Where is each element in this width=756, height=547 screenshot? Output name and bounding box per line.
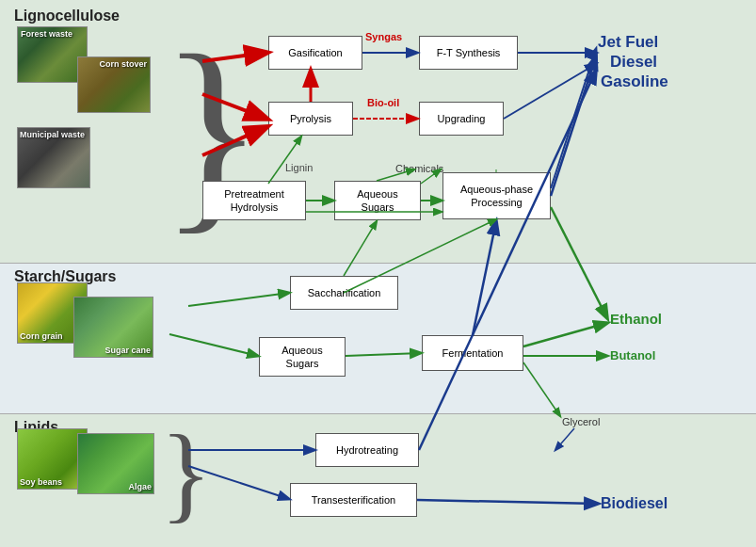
photo-algae: Algae bbox=[77, 433, 154, 494]
photo-municipal-waste: Municipal waste bbox=[17, 127, 90, 188]
box-ft-synthesis: F-T Synthesis bbox=[419, 36, 518, 70]
photo-corn-stover: Corn stover bbox=[77, 56, 151, 113]
diagram: Lignocellulose Starch/Sugars Lipids Fore… bbox=[0, 0, 756, 547]
label-butanol: Butanol bbox=[610, 348, 655, 362]
label-biodiesel: Biodiesel bbox=[601, 495, 668, 512]
box-aqueous-phase: Aqueous-phase Processing bbox=[442, 172, 551, 219]
label-diesel: Diesel bbox=[610, 53, 657, 72]
box-hydrotreating: Hydrotreating bbox=[315, 433, 419, 467]
box-pyrolysis: Pyrolysis bbox=[268, 102, 353, 136]
box-aqueous-sugars-top: Aqueous Sugars bbox=[334, 181, 421, 220]
box-fermentation: Fermentation bbox=[422, 335, 523, 371]
label-gasoline: Gasoline bbox=[601, 72, 668, 91]
box-aqueous-sugars-bottom: Aqueous Sugars bbox=[259, 337, 346, 377]
photo-sugar-cane: Sugar cane bbox=[73, 297, 153, 358]
box-transesterification: Transesterification bbox=[290, 483, 417, 517]
box-saccharification: Saccharification bbox=[290, 276, 398, 310]
label-ethanol: Ethanol bbox=[610, 311, 662, 327]
label-lignin: Lignin bbox=[285, 162, 313, 173]
label-chemicals: Chemicals bbox=[395, 163, 443, 174]
box-pretreatment: Pretreatment Hydrolysis bbox=[202, 181, 306, 220]
box-gasification: Gasification bbox=[268, 36, 362, 70]
label-jet-fuel: Jet Fuel bbox=[598, 33, 658, 52]
brace-lipids: } bbox=[160, 419, 212, 527]
label-glycerol: Glycerol bbox=[562, 416, 600, 427]
label-bio-oil: Bio-oil bbox=[367, 97, 399, 108]
label-syngas: Syngas bbox=[365, 31, 402, 42]
label-lignocellulose: Lignocellulose bbox=[14, 8, 120, 24]
box-upgrading: Upgrading bbox=[419, 102, 504, 136]
